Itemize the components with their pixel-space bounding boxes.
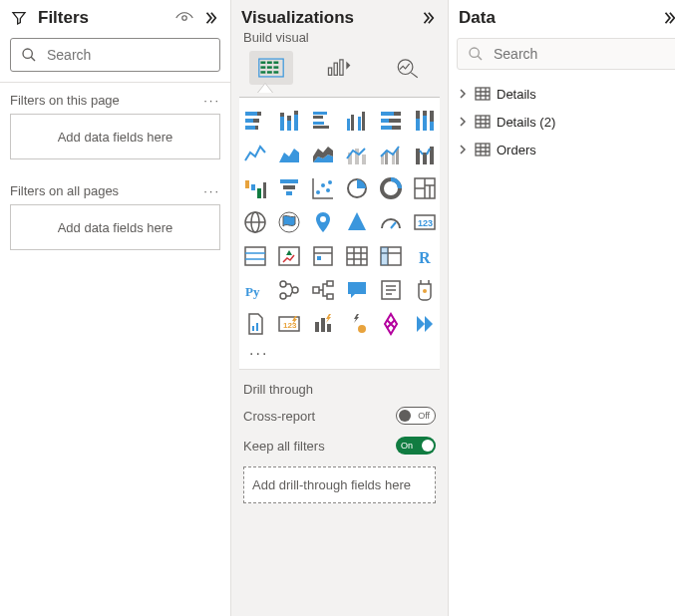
stacked-bar-chart-icon[interactable] [240, 106, 270, 136]
key-influencers-icon[interactable] [274, 275, 304, 305]
get-more-visuals-icon[interactable] [410, 309, 440, 339]
svg-point-68 [328, 180, 332, 184]
table-row[interactable]: Orders [457, 136, 675, 163]
data-search-input[interactable] [492, 45, 670, 63]
svg-rect-17 [257, 112, 261, 116]
svg-rect-92 [327, 294, 333, 299]
viz-gallery: 123 R Py 123 ··· [239, 97, 440, 370]
waterfall-chart-icon[interactable] [240, 173, 270, 203]
r-visual-icon[interactable]: R [410, 241, 440, 271]
svg-rect-7 [267, 66, 272, 68]
shape-map-1-icon[interactable] [342, 309, 372, 339]
table-row[interactable]: Details (2) [457, 108, 675, 136]
table-icon [475, 86, 491, 102]
drill-through-dropzone[interactable]: Add drill-through fields here [243, 466, 436, 503]
paginated-report-icon[interactable] [410, 275, 440, 305]
stacked-area-chart-icon[interactable] [308, 140, 338, 169]
chevron-right-icon[interactable] [457, 88, 469, 100]
svg-rect-61 [263, 182, 266, 198]
section-more-icon[interactable]: ··· [203, 93, 220, 108]
pie-chart-icon[interactable] [342, 173, 372, 203]
filters-all-pages-dropzone[interactable]: Add data fields here [10, 204, 220, 250]
scatter-chart-icon[interactable] [308, 173, 338, 203]
multirow-card-icon[interactable] [240, 241, 270, 271]
power-automate-icon[interactable]: 123 [274, 309, 304, 339]
dropzone-text: Add drill-through fields here [252, 477, 411, 492]
line-stacked-column-chart-icon[interactable] [342, 140, 372, 169]
clustered-bar-chart-icon[interactable] [308, 106, 338, 136]
smart-narrative-icon[interactable] [376, 275, 406, 305]
keep-filters-toggle[interactable]: On [396, 437, 436, 455]
svg-point-103 [470, 48, 479, 57]
svg-rect-101 [327, 324, 331, 332]
treemap-icon[interactable] [410, 173, 440, 203]
azure-map-icon[interactable] [308, 207, 338, 237]
slicer-icon[interactable] [308, 241, 338, 271]
svg-rect-18 [245, 119, 253, 123]
line-chart-icon[interactable] [240, 140, 270, 169]
data-search[interactable] [457, 38, 675, 70]
data-title: Data [459, 8, 653, 28]
svg-rect-31 [313, 126, 329, 129]
section-label-text: Filters on all pages [10, 183, 119, 198]
shape-map-2-icon[interactable] [376, 309, 406, 339]
filters-search[interactable] [10, 38, 220, 72]
reveal-icon[interactable] [174, 8, 194, 28]
qa-visual-icon[interactable] [342, 275, 372, 305]
svg-point-94 [423, 289, 427, 293]
svg-rect-79 [279, 247, 299, 265]
svg-rect-28 [313, 112, 327, 115]
svg-rect-78 [245, 247, 265, 265]
clustered-column-chart-icon[interactable] [342, 106, 372, 136]
arcgis-map-icon[interactable] [342, 207, 372, 237]
collapse-viz-icon[interactable] [418, 8, 438, 28]
funnel-chart-icon[interactable] [274, 173, 304, 203]
svg-point-65 [316, 190, 320, 194]
decomposition-tree-icon[interactable] [308, 275, 338, 305]
metrics-icon[interactable] [240, 309, 270, 339]
section-label-text: Filters on this page [10, 93, 120, 108]
svg-rect-55 [416, 149, 420, 164]
tab-analytics[interactable] [386, 51, 430, 85]
gallery-more-icon[interactable]: ··· [241, 339, 438, 365]
map-icon[interactable] [240, 207, 270, 237]
gauge-icon[interactable] [376, 207, 406, 237]
cross-report-toggle[interactable]: Off [396, 407, 436, 425]
hundred-stacked-column-chart-icon[interactable] [410, 106, 440, 136]
ribbon-chart-icon[interactable] [410, 140, 440, 169]
line-clustered-column-chart-icon[interactable] [376, 140, 406, 169]
donut-chart-icon[interactable] [376, 173, 406, 203]
svg-rect-4 [267, 62, 272, 64]
chevron-right-icon[interactable] [457, 144, 469, 155]
collapse-filters-icon[interactable] [200, 8, 220, 28]
filters-search-input[interactable] [45, 46, 223, 64]
section-more-icon[interactable]: ··· [203, 183, 220, 198]
svg-rect-14 [340, 60, 343, 75]
drill-through-section: Drill through Cross-report Off Keep all … [231, 370, 448, 513]
card-icon[interactable]: 123 [410, 207, 440, 237]
python-visual-icon[interactable]: Py [240, 275, 270, 305]
filters-this-page-dropzone[interactable]: Add data fields here [10, 114, 220, 159]
chevron-right-icon[interactable] [457, 116, 469, 128]
viz-tab-row [231, 51, 448, 85]
power-apps-icon[interactable] [308, 309, 338, 339]
hundred-stacked-bar-chart-icon[interactable] [376, 106, 406, 136]
tab-format-visual[interactable] [317, 51, 361, 85]
keep-filters-label: Keep all filters [243, 439, 325, 454]
svg-rect-100 [321, 318, 325, 332]
area-chart-icon[interactable] [274, 140, 304, 169]
table-row[interactable]: Details [457, 80, 675, 108]
svg-rect-6 [261, 66, 266, 68]
stacked-column-chart-icon[interactable] [274, 106, 304, 136]
svg-rect-62 [280, 179, 298, 183]
matrix-icon[interactable] [376, 241, 406, 271]
svg-rect-11 [274, 71, 279, 73]
svg-rect-45 [423, 116, 427, 131]
kpi-icon[interactable] [274, 241, 304, 271]
svg-point-75 [320, 216, 326, 222]
filled-map-icon[interactable] [274, 207, 304, 237]
filters-pane: Filters Filters on this page ··· Add dat… [0, 0, 231, 616]
table-icon[interactable] [342, 241, 372, 271]
tab-build-visual[interactable] [249, 51, 293, 85]
collapse-data-icon[interactable] [659, 8, 675, 28]
